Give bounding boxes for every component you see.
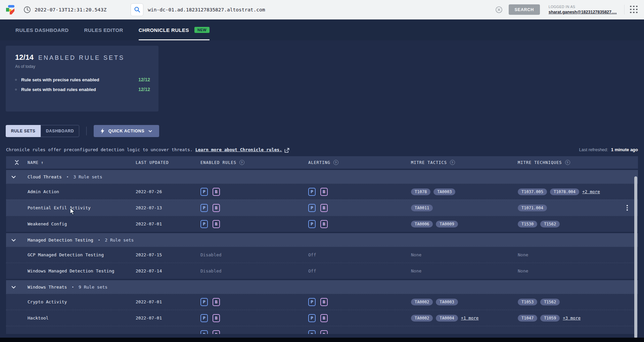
column-header-last-updated[interactable]: LAST UPDATED	[136, 160, 200, 165]
clear-search-icon[interactable]	[495, 6, 503, 13]
technique-chip: T1562	[540, 221, 560, 227]
rule-set-group-row[interactable]: Cloud Threats•3 Rule sets	[6, 170, 638, 183]
rule-set-group-row[interactable]: Managed Detection Testing•2 Rule sets	[6, 233, 638, 247]
precise-badge: P	[308, 298, 316, 306]
rule-set-row[interactable]: GCP Managed Detection Testing2022-07-15D…	[6, 247, 638, 263]
rule-set-name-cell: Crypto Activity	[28, 299, 136, 304]
help-icon[interactable]: ?	[239, 160, 244, 165]
rule-set-row[interactable]: Weakened Config2022-07-01PBPBTA0006TA000…	[6, 216, 638, 232]
precise-badge: P	[200, 204, 208, 212]
rule-set-name: Windows Managed Detection Testing	[28, 268, 114, 273]
login-info: LOGGED IN AS sharat.ganesh@1823127835827…	[549, 5, 625, 14]
rule-sets-table: NAME ↑ LAST UPDATED ENABLED RULES ? ALER…	[6, 156, 638, 334]
last-updated-cell: 2022-07-13	[136, 205, 200, 210]
last-updated-value: 2022-07-15	[136, 252, 162, 257]
search-icon	[134, 6, 140, 13]
search-input[interactable]: win-dc-01.ad.1823127835827.altostrat.com	[148, 7, 265, 12]
column-header-enabled-rules[interactable]: ENABLED RULES ?	[200, 160, 308, 165]
rule-sets-toggle-button[interactable]: RULE SETS	[6, 125, 41, 137]
tactic-chip: T1078	[411, 188, 430, 195]
user-email-link[interactable]: sharat.ganesh@1823127835827.…	[549, 10, 617, 14]
logged-in-as-label: LOGGED IN AS	[549, 5, 617, 9]
learn-more-link[interactable]: Learn more about Chronicle rules.	[195, 147, 282, 152]
time-range-value[interactable]: 2022-07-13T12:31:20.543Z	[35, 7, 106, 12]
rule-set-name-cell	[28, 326, 136, 330]
technique-chip: T1037.005	[518, 188, 547, 195]
enabled-rule-sets-card: 12/14 ENABLED RULE SETS As of today Rule…	[6, 46, 158, 112]
precise-badge: P	[200, 314, 208, 322]
search-icon-button[interactable]	[131, 3, 143, 16]
techniques-more-link[interactable]: +3 more	[563, 315, 581, 320]
tactic-chip: TA0003	[433, 188, 455, 195]
techniques-more-link[interactable]: +2 more	[582, 189, 600, 194]
rule-set-row[interactable]: Windows Managed Detection Testing2022-07…	[6, 263, 638, 279]
mitre-techniques-cell: T1037.005T1078.004+2 more	[518, 188, 622, 195]
enabled-rules-cell: PB	[200, 204, 308, 212]
column-header-mitre-techniques[interactable]: MITRE TECHNIQUES ?	[518, 160, 622, 165]
broad-badge: B	[320, 188, 328, 196]
group-label: Managed Detection Testing	[28, 238, 93, 243]
search-button[interactable]: SEARCH	[509, 4, 540, 15]
last-refreshed: Last refreshed: 1 minute ago	[579, 147, 638, 152]
alerting-cell: PB	[308, 298, 411, 306]
group-count: 2 Rule sets	[105, 238, 134, 243]
table-scrollbar[interactable]	[634, 176, 637, 338]
tactic-chip: TA0003	[436, 299, 458, 305]
rule-set-row[interactable]: Crypto Activity2022-07-01PBPBTA0002TA000…	[6, 294, 638, 310]
broad-badge: B	[213, 314, 220, 322]
precise-badge: P	[200, 330, 208, 334]
broad-badge: B	[320, 314, 328, 322]
rule-set-name: Potential Exfil Activity	[28, 205, 91, 210]
technique-chip: T1071.004	[518, 205, 547, 211]
rule-set-row[interactable]: Admin Action2022-07-26PBPBT1078TA0003T10…	[6, 183, 638, 200]
last-updated-cell: 2022-07-01	[136, 299, 200, 304]
table-body: Cloud Threats•3 Rule setsAdmin Action202…	[6, 170, 638, 334]
help-icon[interactable]: ?	[333, 160, 338, 165]
last-updated-value: 2022-07-01	[136, 221, 162, 226]
kebab-menu-icon[interactable]	[627, 205, 628, 211]
rule-set-group-row[interactable]: Windows Threats•9 Rule sets	[6, 280, 638, 294]
rule-set-row[interactable]: Potential Exfil Activity2022-07-13PBPBTA…	[6, 200, 638, 216]
rule-set-row[interactable]: PBPB	[6, 326, 638, 334]
alerting-cell: PB	[308, 314, 411, 322]
chevron-down-icon	[11, 284, 16, 290]
broad-badge: B	[213, 298, 220, 306]
last-updated-cell: 2022-07-15	[136, 252, 200, 257]
group-bullet: •	[72, 285, 74, 289]
precise-badge: P	[200, 188, 208, 196]
help-icon[interactable]: ?	[565, 160, 570, 165]
external-link-icon[interactable]	[284, 148, 289, 153]
chevron-down-icon	[148, 130, 152, 132]
help-icon[interactable]: ?	[450, 160, 455, 165]
tab-chronicle-rules[interactable]: CHRONICLE RULES NEW	[139, 19, 210, 40]
column-header-name[interactable]: NAME ↑	[28, 160, 136, 165]
technique-chip: T1078.004	[550, 188, 579, 195]
group-count: 9 Rule sets	[79, 285, 107, 290]
tactics-more-link[interactable]: +1 more	[461, 315, 479, 320]
rule-set-row[interactable]: Hacktool2022-07-01PBPBTA0002TA0004+1 mor…	[6, 310, 638, 326]
collapse-all-icon[interactable]	[15, 160, 19, 165]
clock-icon	[24, 6, 31, 13]
chronicle-logo-icon	[6, 5, 15, 15]
alerting-status-text: Off	[308, 252, 316, 257]
precise-badge: P	[308, 188, 316, 196]
technique-chip: T1562	[540, 299, 560, 305]
last-updated-cell: 2022-07-01	[136, 315, 200, 320]
technique-chip: T1059	[540, 315, 560, 322]
column-header-mitre-tactics[interactable]: MITRE TACTICS ?	[411, 160, 518, 165]
mitre-tactics-cell: TA0002TA0004+1 more	[411, 315, 518, 322]
column-header-alerting[interactable]: ALERTING ?	[308, 160, 411, 165]
technique-chip: T1047	[518, 315, 537, 322]
mitre-tactics-cell: None	[411, 252, 518, 257]
last-updated-value: 2022-07-01	[136, 315, 162, 320]
mitre-tactics-cell	[411, 326, 518, 330]
tab-rules-dashboard[interactable]: RULES DASHBOARD	[15, 19, 69, 40]
dashboard-toggle-button[interactable]: DASHBOARD	[41, 125, 79, 137]
group-count: 3 Rule sets	[73, 174, 102, 179]
tab-rules-editor[interactable]: RULES EDITOR	[84, 19, 123, 40]
mitre-techniques-cell	[518, 326, 622, 330]
chevron-down-icon	[11, 174, 16, 180]
apps-grid-icon[interactable]	[630, 6, 638, 14]
quick-actions-button[interactable]: QUICK ACTIONS	[94, 125, 159, 137]
techniques-none-text: None	[518, 268, 528, 273]
